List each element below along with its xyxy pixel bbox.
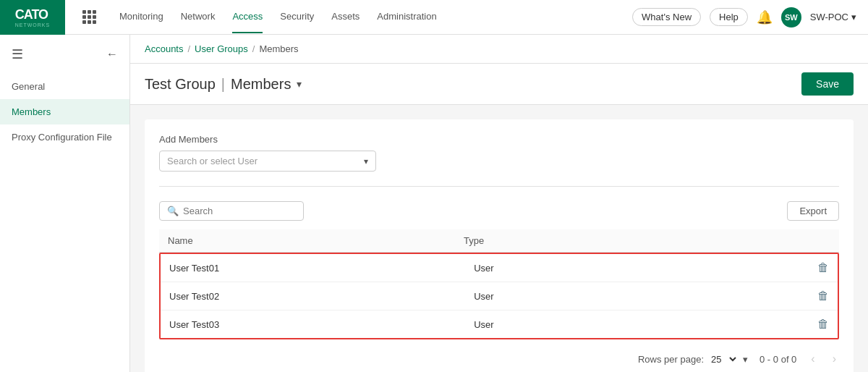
breadcrumb-user-groups[interactable]: User Groups — [195, 43, 248, 54]
page-header: Test Group | Members ▾ Save — [130, 64, 868, 105]
main-card: Add Members Search or select User ▾ 🔍 Ex… — [145, 119, 854, 372]
logo[interactable]: CATO NETWORKS — [0, 0, 65, 35]
breadcrumb-accounts[interactable]: Accounts — [145, 43, 183, 54]
search-icon: 🔍 — [167, 206, 179, 216]
divider — [159, 186, 839, 187]
rows-per-page-select[interactable]: 25 50 100 — [708, 353, 739, 365]
row-delete-cell: 🗑 — [770, 254, 838, 282]
nav-access[interactable]: Access — [232, 1, 263, 33]
page-title-row: Test Group | Members ▾ — [145, 76, 302, 93]
pagination-row: Rows per page: 25 50 100 ▾ 0 - 0 of 0 ‹ … — [159, 351, 839, 367]
notification-icon[interactable]: 🔔 — [757, 9, 773, 25]
user-select-arrow-icon: ▾ — [364, 156, 368, 166]
logo-text: CATO — [15, 7, 50, 22]
row-delete-cell: 🗑 — [770, 282, 838, 310]
add-members-label: Add Members — [159, 134, 839, 145]
nav-monitoring[interactable]: Monitoring — [119, 1, 163, 33]
table-row: User Test01 User 🗑 — [161, 254, 838, 282]
sidebar-top: ☰ ← — [0, 41, 129, 68]
page-title: Test Group — [145, 76, 216, 93]
sidebar-items: General Members Proxy Configuration File — [0, 74, 129, 150]
rows-per-page: Rows per page: 25 50 100 ▾ — [638, 353, 748, 365]
help-button[interactable]: Help — [710, 8, 748, 26]
row-name: User Test02 — [161, 282, 465, 310]
breadcrumb-members: Members — [259, 43, 298, 54]
sidebar-item-members[interactable]: Members — [0, 99, 129, 124]
page-subtitle: Members — [231, 76, 291, 93]
sidebar-item-proxy-config[interactable]: Proxy Configuration File — [0, 124, 129, 150]
nav-administration[interactable]: Administration — [377, 1, 436, 33]
members-table: User Test01 User 🗑 User Test02 User 🗑 Us… — [161, 254, 838, 338]
pagination-next-button[interactable]: › — [830, 351, 839, 367]
whats-new-button[interactable]: What's New — [632, 8, 701, 26]
delete-icon[interactable]: 🗑 — [817, 318, 829, 330]
logo-sub: NETWORKS — [15, 22, 50, 28]
nav-security[interactable]: Security — [280, 1, 314, 33]
row-name: User Test03 — [161, 310, 465, 339]
rows-per-page-arrow-icon: ▾ — [743, 354, 748, 365]
data-table: Name Type — [159, 229, 839, 253]
breadcrumb-sep-1: / — [187, 43, 190, 54]
col-type: Type — [455, 229, 718, 253]
user-select-dropdown[interactable]: Search or select User ▾ — [159, 151, 376, 172]
apps-icon[interactable] — [82, 10, 96, 24]
account-name[interactable]: SW-POC ▾ — [810, 12, 856, 22]
breadcrumb-sep-2: / — [252, 43, 255, 54]
title-dropdown-icon[interactable]: ▾ — [297, 78, 302, 90]
row-name: User Test01 — [161, 254, 465, 282]
nav-assets[interactable]: Assets — [331, 1, 359, 33]
rows-per-page-label: Rows per page: — [638, 354, 704, 365]
col-name: Name — [159, 229, 455, 253]
members-table-wrapper: User Test01 User 🗑 User Test02 User 🗑 Us… — [159, 253, 839, 339]
nav-items: Monitoring Network Access Security Asset… — [119, 1, 615, 33]
breadcrumb: Accounts / User Groups / Members — [130, 35, 868, 64]
row-type: User — [465, 310, 770, 339]
avatar[interactable]: SW — [781, 7, 801, 28]
hamburger-icon[interactable]: ☰ — [12, 46, 23, 62]
sidebar: ☰ ← General Members Proxy Configuration … — [0, 35, 130, 372]
row-type: User — [465, 282, 770, 310]
row-delete-cell: 🗑 — [770, 310, 838, 339]
search-input[interactable] — [183, 206, 296, 216]
save-button[interactable]: Save — [801, 72, 854, 96]
account-chevron-icon: ▾ — [851, 12, 856, 22]
back-icon[interactable]: ← — [106, 48, 118, 61]
pagination-prev-button[interactable]: ‹ — [808, 351, 817, 367]
user-select-placeholder: Search or select User — [167, 156, 364, 166]
row-type: User — [465, 254, 770, 282]
page-title-sep: | — [221, 76, 225, 93]
table-row: User Test02 User 🗑 — [161, 282, 838, 310]
pagination-info: 0 - 0 of 0 — [760, 354, 796, 365]
search-box: 🔍 — [159, 201, 304, 221]
export-button[interactable]: Export — [787, 201, 839, 221]
col-actions — [718, 229, 839, 253]
delete-icon[interactable]: 🗑 — [817, 261, 829, 274]
main: Accounts / User Groups / Members Test Gr… — [130, 35, 868, 372]
content-area: Add Members Search or select User ▾ 🔍 Ex… — [130, 105, 868, 372]
top-nav: CATO NETWORKS Monitoring Network Access … — [0, 0, 868, 35]
search-export-row: 🔍 Export — [159, 201, 839, 221]
nav-right: What's New Help 🔔 SW SW-POC ▾ — [632, 7, 856, 28]
table-row: User Test03 User 🗑 — [161, 310, 838, 339]
app-body: ☰ ← General Members Proxy Configuration … — [0, 35, 868, 372]
nav-network[interactable]: Network — [181, 1, 216, 33]
sidebar-item-general[interactable]: General — [0, 74, 129, 99]
delete-icon[interactable]: 🗑 — [817, 289, 829, 302]
